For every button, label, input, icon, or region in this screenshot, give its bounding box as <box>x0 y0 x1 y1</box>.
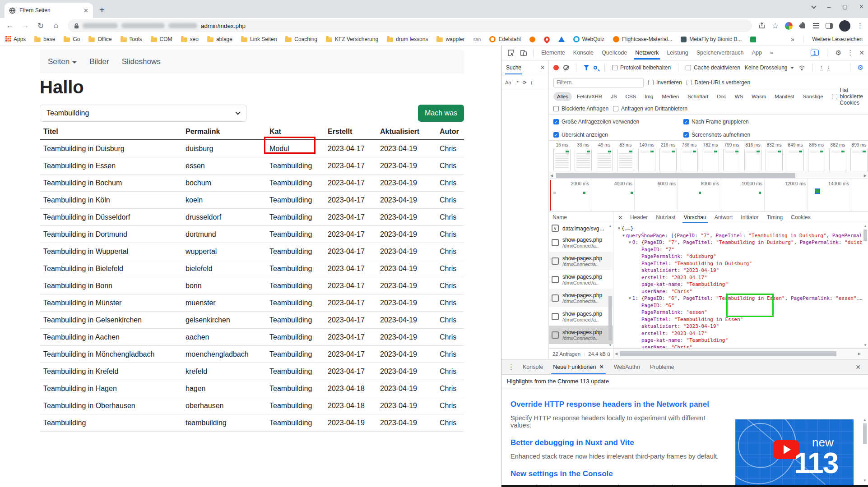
network-settings-gear-icon[interactable]: ⚙ <box>858 64 863 72</box>
request-row-partial[interactable]: ∨data:image/svg… <box>549 223 613 233</box>
detail-tab-cookies[interactable]: Cookies <box>787 211 814 223</box>
bookmark-link-seiten[interactable]: Link Seiten <box>241 36 277 42</box>
filter-chip-wasm[interactable]: Wasm <box>748 92 770 101</box>
forward-icon[interactable]: → <box>20 21 31 30</box>
request-row[interactable]: show-pages.php/dmxConnect/a.. <box>549 326 613 344</box>
devtools-tab-quellcode[interactable]: Quellcode <box>598 46 631 60</box>
drawer-tab-neue-funktionen[interactable]: Neue Funktionen✕ <box>548 359 608 374</box>
bookmark-drum-lessons[interactable]: drum lessons <box>387 36 428 42</box>
scroll-right-icon[interactable]: ▶ <box>864 174 867 178</box>
other-bookmarks-button[interactable]: Weitere Lesezeichen <box>812 36 863 42</box>
setting-nach-frame-gruppieren[interactable]: ✓Nach Frame gruppieren <box>683 119 863 125</box>
record-icon[interactable] <box>553 65 559 70</box>
filter-chip-img[interactable]: Img <box>641 92 657 101</box>
whats-new-link[interactable]: New settings in the Console <box>511 469 727 478</box>
bookmark-webquiz[interactable]: WebQuiz <box>573 36 604 42</box>
drawer-tab-probleme[interactable]: Probleme <box>645 360 679 374</box>
devtools-tab-speicherverbrauch[interactable]: Speicherverbrauch <box>692 46 748 60</box>
drawer-tab-webauthn[interactable]: WebAuthn <box>609 360 645 374</box>
bookmarks-overflow-chevron[interactable]: » <box>791 36 794 43</box>
bookmark-office[interactable]: Office <box>88 36 111 42</box>
bookmark-go[interactable]: Go <box>64 36 80 42</box>
address-bar[interactable]: admin/index.php <box>68 19 752 32</box>
filter-chip-css[interactable]: CSS <box>622 92 640 101</box>
nav-item-bilder[interactable]: Bilder <box>89 57 109 66</box>
device-toolbar-icon[interactable] <box>520 49 527 56</box>
third-party-checkbox[interactable]: Anfragen von Drittanbietern <box>613 106 687 112</box>
drawer-close-icon[interactable]: ✕ <box>855 363 864 371</box>
filter-input[interactable] <box>553 78 644 87</box>
bookmark-orange-dot[interactable] <box>529 37 535 42</box>
devtools-kebab-icon[interactable]: ⋮ <box>847 49 854 57</box>
bookmark-green-square[interactable] <box>750 37 756 42</box>
detail-tab-nutzlast[interactable]: Nutzlast <box>652 211 679 223</box>
filter-chip-fetch-xhr[interactable]: Fetch/XHR <box>573 92 606 101</box>
network-conditions-icon[interactable] <box>798 65 805 71</box>
request-list-scrollbar[interactable] <box>608 296 612 341</box>
filter-chip-medien[interactable]: Medien <box>658 92 682 101</box>
detail-tab-timing[interactable]: Timing <box>763 211 787 223</box>
hide-data-urls-checkbox[interactable]: Daten-URLs verbergen <box>687 79 750 86</box>
scroll-up-icon[interactable]: ▲ <box>863 224 867 228</box>
drawer-kebab-icon[interactable]: ⋮ <box>508 363 515 371</box>
request-row[interactable]: show-pages.php/dmxConnect/a.. <box>549 252 613 270</box>
bookmark-seo[interactable]: seo <box>181 36 199 42</box>
bookmark-wappler[interactable]: wappler <box>436 36 464 42</box>
close-detail-icon[interactable]: ✕ <box>615 214 626 221</box>
filter-chip-manifest[interactable]: Manifest <box>771 92 798 101</box>
drawer-tab-konsole[interactable]: Konsole <box>518 360 548 374</box>
nav-item-seiten[interactable]: Seiten <box>48 57 77 66</box>
preview-horizontal-scrollbar[interactable]: ◀ ▶ <box>613 348 868 359</box>
bookmark-flightcase-material[interactable]: Flightcase-Material... <box>613 36 672 42</box>
devtools-tab-elemente[interactable]: Elemente <box>537 46 569 60</box>
search-control-[interactable]: ( <box>531 80 533 85</box>
invert-checkbox[interactable]: Invertieren <box>648 79 682 86</box>
whats-new-link[interactable]: Better debugging in Nuxt and Vite <box>511 438 727 447</box>
share-icon[interactable] <box>758 22 766 29</box>
filter-chip-doc[interactable]: Doc <box>713 92 729 101</box>
throttling-select[interactable]: Keine Drosselung <box>745 64 794 71</box>
preview-scrollbar[interactable] <box>863 230 867 241</box>
network-search-icon[interactable] <box>594 66 597 69</box>
bookmark-blue-mark[interactable] <box>558 37 565 42</box>
bookmark-edelstahl[interactable]: Edelstahl <box>489 36 520 42</box>
clear-icon[interactable] <box>563 65 569 70</box>
import-har-icon[interactable]: ↑ <box>820 65 823 70</box>
filter-chip-schriftart[interactable]: Schriftart <box>684 92 712 101</box>
filter-funnel-icon[interactable] <box>584 65 589 70</box>
scroll-down-icon[interactable]: ▼ <box>608 343 612 347</box>
expand-arrow-icon[interactable]: ▼ <box>618 225 620 232</box>
scroll-down-icon[interactable]: ▼ <box>863 343 867 347</box>
search-control-aa[interactable]: Aa <box>505 80 511 85</box>
expand-arrow-icon[interactable]: ▼ <box>622 232 625 239</box>
blocked-requests-checkbox[interactable]: Blockierte Anfragen <box>553 106 608 112</box>
detail-tab-antwort[interactable]: Antwort <box>711 211 737 223</box>
bookmark-apps[interactable]: Apps <box>5 36 26 43</box>
scroll-up-icon[interactable]: ▲ <box>608 224 612 228</box>
extensions-puzzle-icon[interactable] <box>800 23 805 28</box>
close-window-icon[interactable]: × <box>859 3 863 11</box>
filter-chip-sonstige[interactable]: Sonstige <box>799 92 827 101</box>
json-preview[interactable]: ▼{,…}▼queryShowPage: [{PageID: "7", Page… <box>613 223 868 348</box>
setting-screenshots-aufnehmen[interactable]: ✓Screenshots aufnehmen <box>683 132 863 138</box>
setting-bersicht-anzeigen[interactable]: ✓Übersicht anzeigen <box>553 132 683 138</box>
export-har-icon[interactable]: ↓ <box>827 65 830 70</box>
devtools-tab-app[interactable]: App <box>748 46 766 60</box>
bookmark-coaching[interactable]: Coaching <box>285 36 317 42</box>
setting-gro-e-anfragezeilen-verwenden[interactable]: ✓Große Anfragezeilen verwenden <box>553 119 683 125</box>
search-control-[interactable]: .* <box>515 80 518 85</box>
filter-chip-ws[interactable]: WS <box>731 92 747 101</box>
browser-tab[interactable]: Eltern Seiten ✕ <box>5 3 93 18</box>
side-panel-icon[interactable] <box>826 23 833 29</box>
new-tab-button[interactable]: + <box>99 5 105 15</box>
tab-close-icon[interactable]: ✕ <box>599 363 603 370</box>
devtools-close-icon[interactable]: ✕ <box>859 49 864 56</box>
devtools-tab-konsole[interactable]: Konsole <box>569 46 598 60</box>
scroll-up-icon[interactable]: ▲ <box>863 418 867 422</box>
bookmark-metafly-by-bionic-b[interactable]: MetaFly by Bionic B... <box>681 36 742 42</box>
chrome-113-promo-image[interactable]: new 113 <box>735 419 854 485</box>
bookmark-map-pin[interactable] <box>544 37 550 42</box>
request-name-header[interactable]: Name <box>549 212 613 223</box>
maximize-icon[interactable]: ▢ <box>842 4 847 10</box>
reload-icon[interactable]: ↻ <box>35 21 46 31</box>
